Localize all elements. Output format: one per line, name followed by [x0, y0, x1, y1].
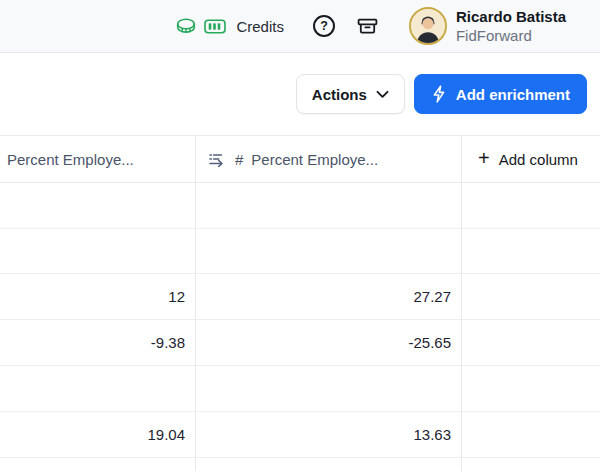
- table-cell[interactable]: [462, 183, 600, 228]
- lightning-bolt-icon: [431, 85, 448, 103]
- table-row: [0, 458, 600, 471]
- help-button[interactable]: ?: [313, 15, 335, 37]
- table-cell[interactable]: 13.63: [196, 412, 462, 457]
- table-header: Percent Employe... # Percent Employe... …: [0, 135, 600, 183]
- user-menu[interactable]: Ricardo Batista FidForward: [409, 7, 566, 45]
- table-cell[interactable]: [462, 412, 600, 457]
- table-cell[interactable]: [0, 183, 196, 228]
- archive-button[interactable]: [355, 14, 380, 38]
- topbar: Credits ? Ricardo Batista FidForward: [0, 0, 600, 53]
- user-org: FidForward: [456, 27, 566, 45]
- table-cell[interactable]: [0, 229, 196, 273]
- column-header-percent-2[interactable]: # Percent Employe...: [196, 136, 462, 182]
- table-row: [0, 183, 600, 229]
- table-row: [0, 366, 600, 412]
- table-cell[interactable]: 27.27: [196, 274, 462, 319]
- credits-label: Credits: [236, 18, 284, 35]
- add-enrichment-label: Add enrichment: [456, 86, 570, 103]
- table-cell[interactable]: [462, 366, 600, 411]
- table-cell[interactable]: [462, 320, 600, 365]
- table-cell[interactable]: 19.04: [0, 412, 196, 457]
- table-row: [0, 229, 600, 274]
- table-cell[interactable]: [0, 366, 196, 411]
- data-table: Percent Employe... # Percent Employe... …: [0, 135, 600, 471]
- table-cell[interactable]: -25.65: [196, 320, 462, 365]
- table-cell[interactable]: [196, 366, 462, 411]
- actions-button[interactable]: Actions: [296, 74, 405, 114]
- table-row: 19.04 13.63: [0, 412, 600, 458]
- user-avatar: [409, 7, 447, 45]
- help-icon: ?: [313, 15, 335, 37]
- table-cell[interactable]: [196, 183, 462, 228]
- table-row: -9.38 -25.65: [0, 320, 600, 366]
- actions-button-label: Actions: [312, 86, 367, 103]
- user-name: Ricardo Batista: [456, 8, 566, 26]
- table-cell[interactable]: [462, 458, 600, 471]
- table-cell[interactable]: 12: [0, 274, 196, 319]
- chevron-down-icon: [376, 90, 389, 99]
- table-cell[interactable]: -9.38: [0, 320, 196, 365]
- add-icon: +: [478, 148, 490, 168]
- table-row: 12 27.27: [0, 274, 600, 320]
- column-header-label: Percent Employe...: [251, 151, 378, 168]
- credits-button[interactable]: Credits: [175, 17, 284, 36]
- user-meta: Ricardo Batista FidForward: [456, 8, 566, 45]
- add-column-button[interactable]: + Add column: [462, 136, 600, 182]
- toolbar: Actions Add enrichment: [0, 53, 600, 135]
- table-cell[interactable]: [0, 458, 196, 471]
- number-type-icon: #: [235, 151, 243, 168]
- add-enrichment-button[interactable]: Add enrichment: [414, 74, 587, 114]
- archive-box-icon: [355, 14, 380, 38]
- column-header-label: Percent Employe...: [7, 151, 134, 168]
- column-header-percent-1[interactable]: Percent Employe...: [0, 136, 196, 182]
- table-cell[interactable]: [196, 458, 462, 471]
- run-list-arrow-icon: [209, 152, 227, 167]
- table-cell[interactable]: [196, 229, 462, 273]
- table-cell[interactable]: [462, 229, 600, 273]
- table-cell[interactable]: [462, 274, 600, 319]
- coin-icon: [175, 17, 197, 36]
- add-column-label: Add column: [499, 151, 578, 168]
- credits-meter-icon: [204, 19, 226, 34]
